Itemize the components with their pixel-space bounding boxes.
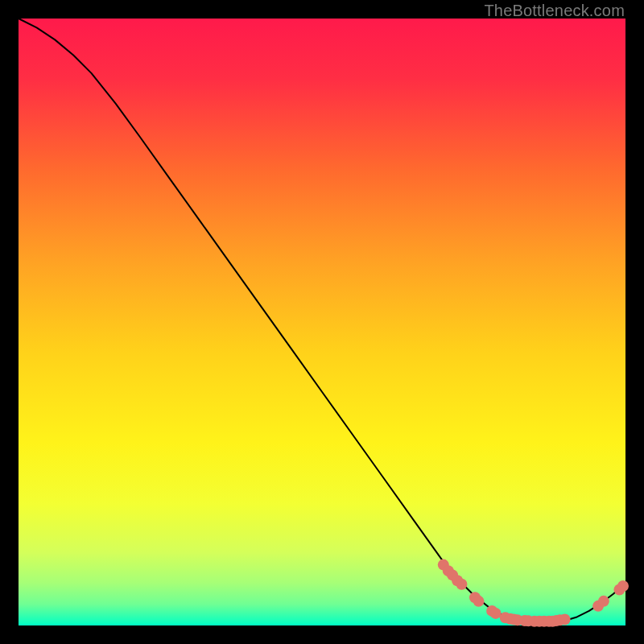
chart-svg: [19, 19, 625, 625]
plot-area: [19, 19, 625, 625]
data-marker: [473, 596, 485, 607]
data-marker: [559, 613, 571, 625]
chart-frame: TheBottleneck.com: [0, 0, 644, 644]
data-marker: [617, 580, 629, 592]
watermark-text: TheBottleneck.com: [484, 2, 625, 20]
data-marker: [456, 579, 467, 590]
bottleneck-curve: [19, 19, 625, 621]
data-marker: [598, 596, 609, 607]
data-marker: [490, 608, 502, 619]
